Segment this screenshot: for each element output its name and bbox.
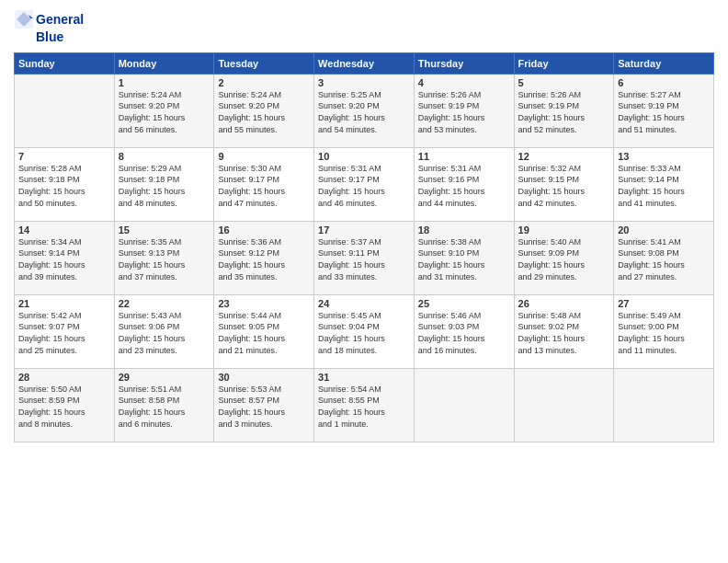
day-info: Sunrise: 5:33 AM Sunset: 9:14 PM Dayligh… <box>618 163 710 209</box>
day-number: 12 <box>518 151 610 162</box>
day-number: 11 <box>418 151 510 162</box>
header-cell-wednesday: Wednesday <box>314 52 415 74</box>
calendar-cell: 24Sunrise: 5:45 AM Sunset: 9:04 PM Dayli… <box>314 294 415 368</box>
calendar-cell: 4Sunrise: 5:26 AM Sunset: 9:19 PM Daylig… <box>414 74 514 147</box>
calendar-cell: 20Sunrise: 5:41 AM Sunset: 9:08 PM Dayli… <box>614 221 714 294</box>
calendar-cell: 14Sunrise: 5:34 AM Sunset: 9:14 PM Dayli… <box>15 221 115 294</box>
day-info: Sunrise: 5:45 AM Sunset: 9:04 PM Dayligh… <box>318 310 410 356</box>
calendar-cell: 21Sunrise: 5:42 AM Sunset: 9:07 PM Dayli… <box>15 294 115 368</box>
calendar-cell: 28Sunrise: 5:50 AM Sunset: 8:59 PM Dayli… <box>15 368 115 442</box>
logo-graphic-icon <box>14 9 34 29</box>
logo-text-general: General <box>36 12 84 28</box>
day-info: Sunrise: 5:24 AM Sunset: 9:20 PM Dayligh… <box>218 89 310 135</box>
calendar-cell: 22Sunrise: 5:43 AM Sunset: 9:06 PM Dayli… <box>114 294 214 368</box>
day-info: Sunrise: 5:37 AM Sunset: 9:11 PM Dayligh… <box>318 236 410 282</box>
calendar-cell: 16Sunrise: 5:36 AM Sunset: 9:12 PM Dayli… <box>214 221 314 294</box>
day-info: Sunrise: 5:34 AM Sunset: 9:14 PM Dayligh… <box>18 236 110 282</box>
day-info: Sunrise: 5:40 AM Sunset: 9:09 PM Dayligh… <box>518 236 610 282</box>
day-info: Sunrise: 5:43 AM Sunset: 9:06 PM Dayligh… <box>119 310 210 356</box>
page-container: General Blue SundayMondayTuesdayWednesda… <box>0 0 728 452</box>
day-info: Sunrise: 5:30 AM Sunset: 9:17 PM Dayligh… <box>218 163 310 209</box>
calendar-cell: 10Sunrise: 5:31 AM Sunset: 9:17 PM Dayli… <box>314 147 415 221</box>
day-number: 20 <box>618 224 710 236</box>
header-cell-friday: Friday <box>514 52 614 74</box>
calendar-week-row-1: 1Sunrise: 5:24 AM Sunset: 9:20 PM Daylig… <box>15 74 714 147</box>
header-cell-sunday: Sunday <box>15 52 115 74</box>
logo-container: General Blue <box>14 9 84 45</box>
day-info: Sunrise: 5:35 AM Sunset: 9:13 PM Dayligh… <box>119 236 210 282</box>
calendar-cell: 5Sunrise: 5:26 AM Sunset: 9:19 PM Daylig… <box>514 74 614 147</box>
day-number: 17 <box>318 224 410 236</box>
day-number: 13 <box>618 151 710 162</box>
day-info: Sunrise: 5:50 AM Sunset: 8:59 PM Dayligh… <box>18 384 110 430</box>
day-number: 10 <box>318 151 410 162</box>
calendar-cell: 25Sunrise: 5:46 AM Sunset: 9:03 PM Dayli… <box>414 294 514 368</box>
day-number: 26 <box>518 298 610 309</box>
calendar-week-row-4: 21Sunrise: 5:42 AM Sunset: 9:07 PM Dayli… <box>15 294 714 368</box>
day-number: 3 <box>318 77 410 88</box>
day-number: 7 <box>18 151 110 162</box>
day-number: 27 <box>618 298 710 309</box>
day-number: 5 <box>518 77 610 88</box>
calendar-cell: 27Sunrise: 5:49 AM Sunset: 9:00 PM Dayli… <box>614 294 714 368</box>
day-info: Sunrise: 5:28 AM Sunset: 9:18 PM Dayligh… <box>18 163 110 209</box>
calendar-cell <box>414 368 514 442</box>
logo-text-blue: Blue <box>36 29 84 45</box>
calendar-cell: 7Sunrise: 5:28 AM Sunset: 9:18 PM Daylig… <box>15 147 115 221</box>
day-info: Sunrise: 5:42 AM Sunset: 9:07 PM Dayligh… <box>18 310 110 356</box>
day-number: 16 <box>218 224 310 236</box>
day-number: 25 <box>418 298 510 309</box>
calendar-week-row-5: 28Sunrise: 5:50 AM Sunset: 8:59 PM Dayli… <box>15 368 714 442</box>
calendar-cell: 8Sunrise: 5:29 AM Sunset: 9:18 PM Daylig… <box>114 147 214 221</box>
header-cell-monday: Monday <box>114 52 214 74</box>
day-info: Sunrise: 5:31 AM Sunset: 9:17 PM Dayligh… <box>318 163 410 209</box>
day-number: 14 <box>18 224 110 236</box>
calendar-cell: 18Sunrise: 5:38 AM Sunset: 9:10 PM Dayli… <box>414 221 514 294</box>
calendar-week-row-2: 7Sunrise: 5:28 AM Sunset: 9:18 PM Daylig… <box>15 147 714 221</box>
day-number: 6 <box>618 77 710 88</box>
calendar-cell: 19Sunrise: 5:40 AM Sunset: 9:09 PM Dayli… <box>514 221 614 294</box>
calendar-cell: 9Sunrise: 5:30 AM Sunset: 9:17 PM Daylig… <box>214 147 314 221</box>
calendar-cell: 26Sunrise: 5:48 AM Sunset: 9:02 PM Dayli… <box>514 294 614 368</box>
day-info: Sunrise: 5:26 AM Sunset: 9:19 PM Dayligh… <box>518 89 610 135</box>
calendar-cell: 29Sunrise: 5:51 AM Sunset: 8:58 PM Dayli… <box>114 368 214 442</box>
day-number: 30 <box>218 372 310 383</box>
day-info: Sunrise: 5:31 AM Sunset: 9:16 PM Dayligh… <box>418 163 510 209</box>
calendar-cell <box>15 74 115 147</box>
day-info: Sunrise: 5:48 AM Sunset: 9:02 PM Dayligh… <box>518 310 610 356</box>
header-cell-saturday: Saturday <box>614 52 714 74</box>
day-number: 19 <box>518 224 610 236</box>
calendar-table: SundayMondayTuesdayWednesdayThursdayFrid… <box>14 52 714 442</box>
day-number: 18 <box>418 224 510 236</box>
day-info: Sunrise: 5:51 AM Sunset: 8:58 PM Dayligh… <box>119 384 210 430</box>
day-info: Sunrise: 5:49 AM Sunset: 9:00 PM Dayligh… <box>618 310 710 356</box>
day-info: Sunrise: 5:36 AM Sunset: 9:12 PM Dayligh… <box>218 236 310 282</box>
day-number: 8 <box>119 151 210 162</box>
day-info: Sunrise: 5:25 AM Sunset: 9:20 PM Dayligh… <box>318 89 410 135</box>
calendar-cell: 6Sunrise: 5:27 AM Sunset: 9:19 PM Daylig… <box>614 74 714 147</box>
header-cell-tuesday: Tuesday <box>214 52 314 74</box>
day-number: 2 <box>218 77 310 88</box>
calendar-cell <box>514 368 614 442</box>
day-number: 9 <box>218 151 310 162</box>
day-number: 4 <box>418 77 510 88</box>
day-info: Sunrise: 5:44 AM Sunset: 9:05 PM Dayligh… <box>218 310 310 356</box>
calendar-cell: 1Sunrise: 5:24 AM Sunset: 9:20 PM Daylig… <box>114 74 214 147</box>
day-number: 23 <box>218 298 310 309</box>
day-number: 28 <box>18 372 110 383</box>
calendar-cell: 2Sunrise: 5:24 AM Sunset: 9:20 PM Daylig… <box>214 74 314 147</box>
day-number: 29 <box>119 372 210 383</box>
day-info: Sunrise: 5:54 AM Sunset: 8:55 PM Dayligh… <box>318 384 410 430</box>
calendar-cell: 23Sunrise: 5:44 AM Sunset: 9:05 PM Dayli… <box>214 294 314 368</box>
calendar-cell: 12Sunrise: 5:32 AM Sunset: 9:15 PM Dayli… <box>514 147 614 221</box>
day-info: Sunrise: 5:29 AM Sunset: 9:18 PM Dayligh… <box>119 163 210 209</box>
day-number: 15 <box>119 224 210 236</box>
calendar-cell <box>614 368 714 442</box>
calendar-cell: 15Sunrise: 5:35 AM Sunset: 9:13 PM Dayli… <box>114 221 214 294</box>
day-number: 1 <box>119 77 210 88</box>
day-info: Sunrise: 5:46 AM Sunset: 9:03 PM Dayligh… <box>418 310 510 356</box>
day-number: 21 <box>18 298 110 309</box>
day-info: Sunrise: 5:27 AM Sunset: 9:19 PM Dayligh… <box>618 89 710 135</box>
calendar-cell: 31Sunrise: 5:54 AM Sunset: 8:55 PM Dayli… <box>314 368 415 442</box>
day-number: 24 <box>318 298 410 309</box>
